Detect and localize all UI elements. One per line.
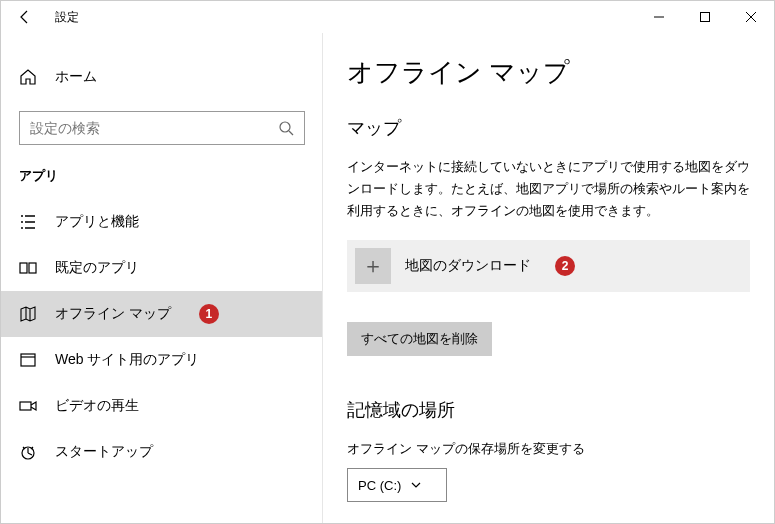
home-label: ホーム <box>55 68 97 86</box>
svg-rect-4 <box>21 354 35 366</box>
sidebar-item-label: スタートアップ <box>55 443 153 461</box>
sidebar-item-video-playback[interactable]: ビデオの再生 <box>1 383 323 429</box>
home-icon <box>19 68 37 86</box>
sidebar-item-label: オフライン マップ <box>55 305 171 323</box>
sidebar-item-startup[interactable]: スタートアップ <box>1 429 323 475</box>
storage-location-value: PC (C:) <box>358 478 401 493</box>
maps-description: インターネットに接続していないときにアプリで使用する地図をダウンロードします。た… <box>347 156 750 222</box>
list-icon <box>19 213 37 231</box>
section-maps-title: マップ <box>347 116 750 140</box>
sidebar-item-label: 既定のアプリ <box>55 259 139 277</box>
sidebar-item-label: ビデオの再生 <box>55 397 139 415</box>
search-box[interactable] <box>19 111 305 145</box>
sidebar-item-offline-maps[interactable]: オフライン マップ 1 <box>1 291 323 337</box>
plus-icon: ＋ <box>362 251 384 281</box>
startup-icon <box>19 443 37 461</box>
section-storage-title: 記憶域の場所 <box>347 398 750 422</box>
sidebar-section-label: アプリ <box>1 155 323 199</box>
sidebar: ホーム アプリ アプリと機能 既定のアプリ <box>1 33 323 524</box>
maximize-icon <box>700 12 710 22</box>
annotation-badge: 2 <box>555 256 575 276</box>
add-map-button[interactable]: ＋ <box>355 248 391 284</box>
svg-rect-0 <box>701 13 710 22</box>
annotation-badge: 1 <box>199 304 219 324</box>
web-apps-icon <box>19 351 37 369</box>
arrow-left-icon <box>17 9 33 25</box>
minimize-button[interactable] <box>636 1 682 33</box>
download-map-label: 地図のダウンロード <box>405 257 531 275</box>
sidebar-item-web-apps[interactable]: Web サイト用のアプリ <box>1 337 323 383</box>
delete-all-maps-button[interactable]: すべての地図を削除 <box>347 322 492 356</box>
search-input[interactable] <box>30 120 278 136</box>
window-title: 設定 <box>55 9 79 26</box>
svg-rect-2 <box>20 263 27 273</box>
sidebar-item-label: アプリと機能 <box>55 213 139 231</box>
titlebar: 設定 <box>1 1 774 33</box>
home-button[interactable]: ホーム <box>1 57 323 97</box>
chevron-down-icon <box>411 480 421 490</box>
sidebar-item-label: Web サイト用のアプリ <box>55 351 199 369</box>
defaults-icon <box>19 259 37 277</box>
back-button[interactable] <box>9 1 41 33</box>
close-icon <box>746 12 756 22</box>
page-title: オフライン マップ <box>347 55 750 90</box>
storage-location-dropdown[interactable]: PC (C:) <box>347 468 447 502</box>
map-icon <box>19 305 37 323</box>
sidebar-item-default-apps[interactable]: 既定のアプリ <box>1 245 323 291</box>
svg-point-1 <box>280 122 290 132</box>
close-button[interactable] <box>728 1 774 33</box>
maximize-button[interactable] <box>682 1 728 33</box>
download-map-row[interactable]: ＋ 地図のダウンロード 2 <box>347 240 750 292</box>
svg-rect-5 <box>20 402 31 410</box>
storage-sublabel: オフライン マップの保存場所を変更する <box>347 440 750 458</box>
search-icon <box>278 120 294 136</box>
svg-rect-3 <box>29 263 36 273</box>
sidebar-item-apps-features[interactable]: アプリと機能 <box>1 199 323 245</box>
main-content: オフライン マップ マップ インターネットに接続していないときにアプリで使用する… <box>323 33 774 524</box>
minimize-icon <box>654 12 664 22</box>
video-icon <box>19 397 37 415</box>
